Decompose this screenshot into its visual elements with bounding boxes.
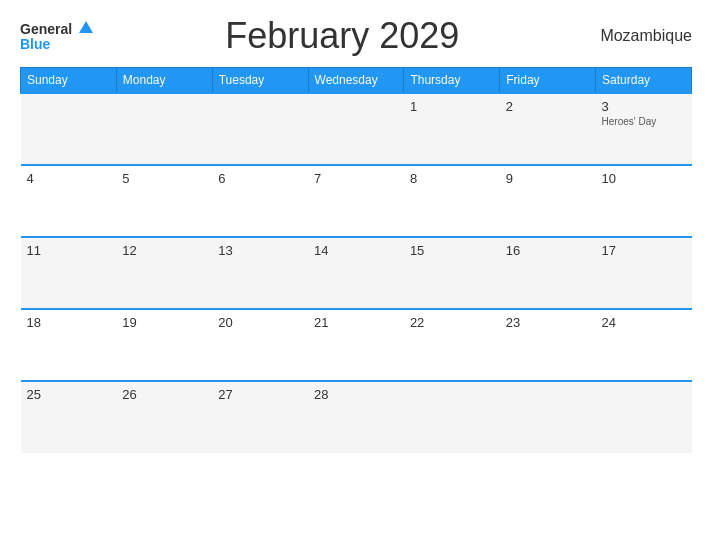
day-number: 11 [27, 243, 111, 258]
calendar-header: SundayMondayTuesdayWednesdayThursdayFrid… [21, 68, 692, 94]
day-number: 12 [122, 243, 206, 258]
weekday-thursday: Thursday [404, 68, 500, 94]
day-number: 19 [122, 315, 206, 330]
weekday-sunday: Sunday [21, 68, 117, 94]
day-number: 6 [218, 171, 302, 186]
calendar-cell: 12 [116, 237, 212, 309]
day-number: 5 [122, 171, 206, 186]
calendar-cell [212, 93, 308, 165]
calendar-cell: 8 [404, 165, 500, 237]
day-number: 4 [27, 171, 111, 186]
week-row-4: 25262728 [21, 381, 692, 453]
day-number: 18 [27, 315, 111, 330]
calendar-cell: 7 [308, 165, 404, 237]
calendar-cell: 13 [212, 237, 308, 309]
weekday-wednesday: Wednesday [308, 68, 404, 94]
weekday-friday: Friday [500, 68, 596, 94]
calendar-cell: 20 [212, 309, 308, 381]
logo-top: General [20, 20, 93, 38]
calendar-cell: 16 [500, 237, 596, 309]
day-number: 3 [602, 99, 686, 114]
calendar-cell: 23 [500, 309, 596, 381]
calendar-cell: 2 [500, 93, 596, 165]
calendar-cell: 4 [21, 165, 117, 237]
calendar-cell: 3Heroes' Day [596, 93, 692, 165]
day-number: 23 [506, 315, 590, 330]
calendar-cell: 6 [212, 165, 308, 237]
calendar-cell: 24 [596, 309, 692, 381]
calendar-cell: 10 [596, 165, 692, 237]
day-number: 9 [506, 171, 590, 186]
day-number: 1 [410, 99, 494, 114]
header: General Blue February 2029 Mozambique [20, 15, 692, 57]
weekday-saturday: Saturday [596, 68, 692, 94]
calendar-cell: 9 [500, 165, 596, 237]
calendar-cell: 22 [404, 309, 500, 381]
day-number: 10 [602, 171, 686, 186]
calendar-body: 123Heroes' Day45678910111213141516171819… [21, 93, 692, 453]
week-row-0: 123Heroes' Day [21, 93, 692, 165]
calendar-cell [404, 381, 500, 453]
country-label: Mozambique [592, 27, 692, 45]
week-row-1: 45678910 [21, 165, 692, 237]
calendar-cell [21, 93, 117, 165]
month-title: February 2029 [93, 15, 592, 57]
calendar-cell: 14 [308, 237, 404, 309]
day-number: 27 [218, 387, 302, 402]
logo-general-text: General [20, 21, 72, 37]
week-row-2: 11121314151617 [21, 237, 692, 309]
day-number: 24 [602, 315, 686, 330]
day-number: 8 [410, 171, 494, 186]
calendar-cell [308, 93, 404, 165]
calendar-cell: 18 [21, 309, 117, 381]
calendar-cell: 19 [116, 309, 212, 381]
calendar-cell: 27 [212, 381, 308, 453]
calendar-cell [500, 381, 596, 453]
calendar-cell: 17 [596, 237, 692, 309]
calendar-cell: 5 [116, 165, 212, 237]
logo-blue-text: Blue [20, 37, 50, 52]
logo-triangle-icon [79, 21, 93, 33]
calendar-cell: 11 [21, 237, 117, 309]
calendar-cell: 25 [21, 381, 117, 453]
weekday-header-row: SundayMondayTuesdayWednesdayThursdayFrid… [21, 68, 692, 94]
calendar-cell: 26 [116, 381, 212, 453]
day-number: 17 [602, 243, 686, 258]
day-number: 20 [218, 315, 302, 330]
weekday-monday: Monday [116, 68, 212, 94]
holiday-label: Heroes' Day [602, 116, 686, 127]
calendar-container: General Blue February 2029 Mozambique Su… [0, 0, 712, 550]
day-number: 14 [314, 243, 398, 258]
week-row-3: 18192021222324 [21, 309, 692, 381]
day-number: 28 [314, 387, 398, 402]
day-number: 22 [410, 315, 494, 330]
day-number: 2 [506, 99, 590, 114]
calendar-cell [596, 381, 692, 453]
calendar-cell: 1 [404, 93, 500, 165]
calendar-grid: SundayMondayTuesdayWednesdayThursdayFrid… [20, 67, 692, 453]
calendar-cell [116, 93, 212, 165]
calendar-cell: 28 [308, 381, 404, 453]
day-number: 13 [218, 243, 302, 258]
day-number: 21 [314, 315, 398, 330]
calendar-cell: 21 [308, 309, 404, 381]
day-number: 16 [506, 243, 590, 258]
weekday-tuesday: Tuesday [212, 68, 308, 94]
day-number: 15 [410, 243, 494, 258]
day-number: 7 [314, 171, 398, 186]
logo: General Blue [20, 20, 93, 53]
day-number: 25 [27, 387, 111, 402]
day-number: 26 [122, 387, 206, 402]
calendar-cell: 15 [404, 237, 500, 309]
